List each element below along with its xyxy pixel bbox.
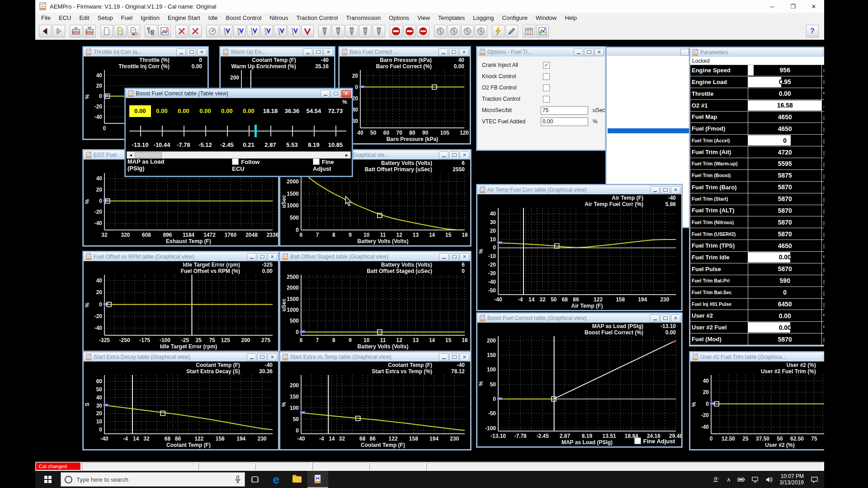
network-icon[interactable] (751, 476, 759, 483)
parameter-row[interactable]: Fuel Trim (Start)5870µS (690, 193, 824, 205)
maximize-button[interactable] (449, 253, 459, 261)
minimize-button[interactable] (823, 49, 824, 56)
toolbar-injector-5-icon[interactable] (373, 25, 385, 38)
minimize-button[interactable] (303, 48, 312, 56)
menu-view[interactable]: View (413, 13, 434, 23)
window-title-bar[interactable]: Fuel Offset vs RPM table (Graphical view… (84, 252, 278, 261)
toolbar-spark-3-icon[interactable] (247, 25, 259, 38)
maximize-button[interactable] (660, 314, 670, 322)
menu-traction-control[interactable]: Traction Control (292, 13, 342, 23)
parameter-row[interactable]: Fuel (Fmod)4650µS (690, 123, 824, 135)
toolbar-stop-1-icon[interactable] (390, 25, 402, 38)
user2-fuel-trim-chart[interactable]: 012.502537.505062.507587.5010040200-20-4… (690, 361, 824, 449)
toolbar-spark-5-icon[interactable] (274, 25, 287, 38)
parameter-row[interactable]: Fuel Trim (ALT)5870µS (690, 205, 824, 217)
file-explorer-icon[interactable] (287, 471, 307, 488)
toolbar-injector-2-icon[interactable] (332, 25, 344, 38)
parameter-row[interactable]: Fuel Trim (USER#2)5870µS (690, 228, 824, 240)
window-title-bar[interactable]: Boost Fuel Correct table (Graphical view… (477, 314, 681, 323)
toolbar-spark-red-icon[interactable] (301, 25, 314, 38)
batt-offset-staged-chart[interactable]: 67891011121314151625002000150010005000uS… (280, 261, 470, 351)
toolbar-turbo-4-icon[interactable] (475, 25, 487, 38)
close-button[interactable]: × (594, 48, 604, 56)
fine-adjust-checkbox[interactable]: Fine Adjust (634, 437, 675, 445)
minimize-button[interactable] (574, 48, 583, 56)
maximize-button[interactable] (449, 353, 459, 361)
maximize-button[interactable] (313, 48, 323, 56)
baro-fuel-correct-chart[interactable]: 405060708090105120200-20-40-60%Baro Pres… (340, 56, 470, 143)
table-cell[interactable]: 0.00 (173, 105, 194, 117)
scroll-thumb[interactable] (135, 152, 162, 158)
close-button[interactable]: × (460, 151, 469, 159)
toolbar-injector-3-icon[interactable] (345, 25, 358, 38)
menu-file[interactable]: File (37, 13, 55, 23)
scroll-right-button[interactable]: ▶ (343, 152, 350, 158)
parameter-row[interactable]: User #20.00% (690, 310, 824, 322)
maximize-button[interactable] (257, 353, 267, 361)
table-cell[interactable]: 0.00 (129, 105, 151, 117)
toolbar-tools-disable-2-icon[interactable] (189, 25, 202, 38)
toolbar-graph-lines-icon[interactable] (536, 25, 549, 38)
window-title-bar[interactable]: Start Extra vs Temp table (Graphical vie… (280, 352, 470, 361)
maximize-button[interactable] (660, 186, 670, 194)
window-title-bar[interactable]: Throttle Inj Corr ta...× (84, 47, 208, 56)
minimize-button[interactable] (439, 253, 448, 261)
minimize-button[interactable] (247, 253, 256, 261)
toolbar-injector-4-icon[interactable] (359, 25, 372, 38)
parameter-row[interactable]: Throttle0.00% (690, 88, 824, 100)
scroll-left-button[interactable]: ◀ (127, 152, 134, 158)
help-button[interactable]: ? (806, 25, 819, 38)
fuel-offset-vs-rpm-chart[interactable]: -325-250-175-100-25257512520027540200-20… (84, 261, 278, 351)
app-maximize-button[interactable]: ❐ (783, 0, 803, 13)
parameter-row[interactable]: Fuel Inj #01 Pulse6450µS (690, 299, 824, 310)
maximize-button[interactable] (449, 151, 459, 159)
toolbar-tree-view-icon[interactable] (145, 25, 157, 38)
volume-icon[interactable] (765, 476, 773, 483)
parameter-row[interactable]: Fuel Pulse5870µS (690, 263, 824, 275)
taskbar-clock[interactable]: 10:07 PM3/13/2019 (780, 473, 804, 486)
minimize-button[interactable] (247, 353, 256, 361)
table-cell[interactable]: 0.00 (216, 105, 238, 117)
toolbar-table-columns-icon[interactable] (523, 25, 535, 38)
people-icon[interactable] (712, 476, 720, 483)
toolbar-new-file-icon[interactable] (100, 25, 113, 38)
parameter-row[interactable]: Fuel Map4650µS (690, 112, 824, 123)
table-cell[interactable]: 0.00 (151, 105, 173, 117)
table-cell[interactable]: 36.36 (281, 105, 303, 117)
toolbar-ecu-download-icon[interactable]: ECU (83, 25, 96, 38)
checkbox[interactable] (543, 96, 550, 103)
input-field[interactable]: 75 (541, 106, 588, 115)
toolbar-spark-1-icon[interactable] (220, 25, 232, 38)
toolbar-chart-view-icon[interactable] (158, 25, 171, 38)
menu-options[interactable]: Options (385, 13, 413, 23)
minimize-button[interactable] (439, 151, 448, 159)
start-extra-decay-chart[interactable]: -40-4143268861221581942306050403020100SC… (84, 361, 278, 449)
fine-adjust-checkbox[interactable]: Fine Adjust (313, 158, 350, 172)
toolbar-spark-6-icon[interactable] (288, 25, 300, 38)
window-title-bar[interactable] (607, 48, 691, 56)
toolbar-no-entry-icon[interactable] (417, 25, 429, 38)
toolbar-stop-2-icon[interactable] (403, 25, 416, 38)
window-title-bar[interactable]: Warm Up En...× (221, 47, 334, 56)
parameter-row[interactable]: Fuel Trim (Nitrous)5870µS (690, 216, 824, 228)
menu-nitrous[interactable]: Nitrous (265, 13, 292, 23)
parameter-row[interactable]: Engine Load0.95PSIg (690, 76, 824, 88)
close-button[interactable]: × (459, 48, 469, 56)
window-title-bar[interactable]: Options - Fuel Tr...× (477, 47, 605, 56)
window-title-bar[interactable]: Batt Offset Staged table (Graphical view… (280, 252, 470, 261)
minimize-button[interactable] (439, 48, 448, 56)
parameter-row[interactable]: Fuel Trim (Warm-up)5595µS (690, 158, 824, 170)
menu-edit[interactable]: Edit (75, 13, 93, 23)
minimize-button[interactable] (321, 90, 330, 98)
window-title-bar[interactable]: Boost Fuel Correct table (Table view)× (126, 89, 352, 98)
close-button[interactable]: × (324, 48, 333, 56)
close-button[interactable]: × (460, 253, 469, 261)
close-button[interactable]: × (671, 314, 680, 322)
maximize-button[interactable] (449, 48, 458, 56)
toolbar-injector-1-icon[interactable] (318, 25, 331, 38)
edge-icon[interactable]: e (266, 471, 287, 488)
menu-ecu[interactable]: ECU (55, 13, 75, 23)
menu-setup[interactable]: Setup (94, 13, 117, 23)
parameter-row[interactable]: Fuel Trim Idle0.00% (690, 252, 824, 263)
toolbar-bolt-icon[interactable] (492, 25, 505, 38)
